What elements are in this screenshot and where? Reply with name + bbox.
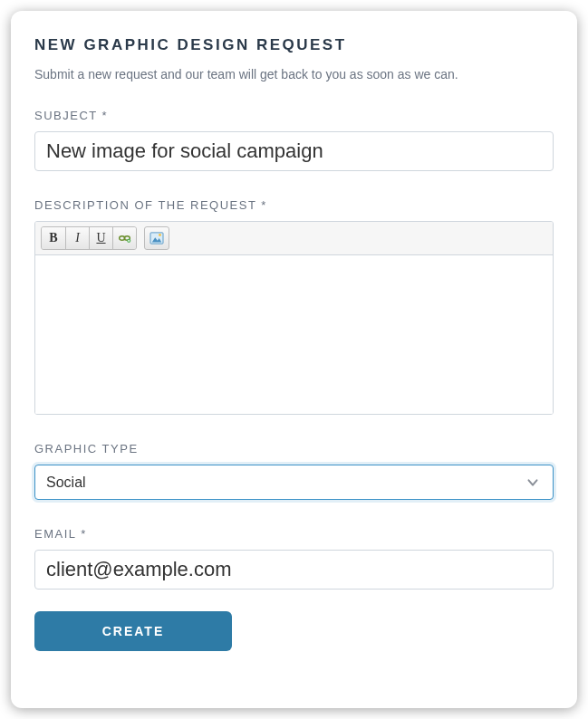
graphic-type-label: GRAPHIC TYPE	[34, 442, 554, 455]
graphic-type-select[interactable]: Social	[34, 465, 554, 500]
underline-button[interactable]: U	[89, 227, 112, 249]
form-subtitle: Submit a new request and our team will g…	[34, 67, 554, 81]
description-label: DESCRIPTION OF THE REQUEST *	[34, 198, 554, 212]
email-input[interactable]	[34, 550, 554, 590]
description-editor: B I U	[34, 221, 554, 415]
image-icon	[149, 232, 164, 244]
create-button[interactable]: CREATE	[34, 611, 232, 651]
italic-button[interactable]: I	[65, 227, 89, 249]
link-button[interactable]	[112, 227, 136, 249]
subject-input[interactable]	[34, 131, 554, 171]
subject-label: SUBJECT *	[34, 109, 554, 122]
description-body[interactable]	[35, 255, 553, 414]
svg-point-5	[159, 234, 161, 236]
email-label: EMAIL *	[34, 527, 554, 541]
graphic-type-wrap: Social	[34, 465, 554, 500]
bold-button[interactable]: B	[42, 227, 65, 249]
editor-toolbar: B I U	[35, 222, 553, 255]
description-textarea[interactable]	[35, 255, 553, 414]
toolbar-format-group: B I U	[41, 226, 137, 250]
image-button[interactable]	[144, 226, 169, 250]
link-icon	[118, 233, 131, 244]
form-card: NEW GRAPHIC DESIGN REQUEST Submit a new …	[11, 11, 577, 708]
form-title: NEW GRAPHIC DESIGN REQUEST	[34, 36, 554, 54]
